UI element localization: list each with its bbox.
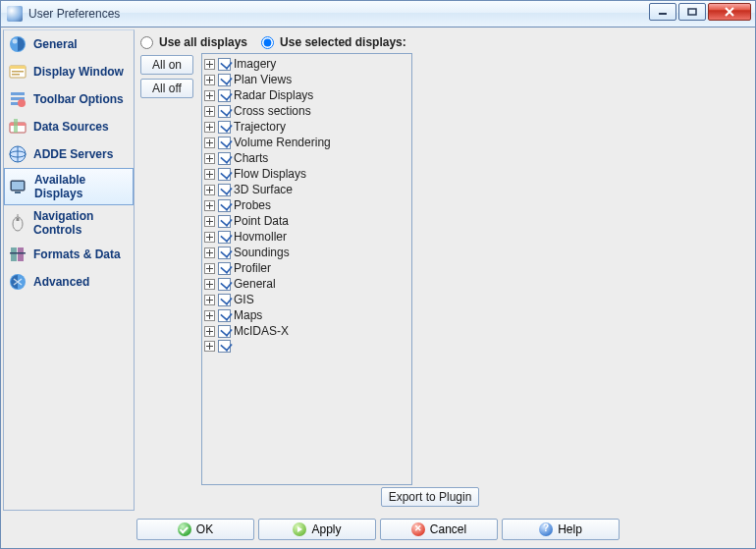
export-to-plugin-button[interactable]: Export to Plugin xyxy=(381,487,479,507)
apply-button[interactable]: Apply xyxy=(258,519,376,540)
use-selected-displays-label: Use selected displays: xyxy=(280,35,406,49)
sidebar-item-formats-data[interactable]: Formats & Data xyxy=(4,241,134,268)
cancel-button[interactable]: Cancel xyxy=(380,519,498,540)
tree-checkbox[interactable] xyxy=(218,199,231,212)
tree-label: Probes xyxy=(234,198,271,212)
tree-row[interactable]: 3D Surface xyxy=(204,182,407,197)
sidebar-item-label: Display Window xyxy=(33,65,124,79)
tree-row[interactable]: Radar Displays xyxy=(204,87,407,103)
maximize-button[interactable] xyxy=(678,3,706,21)
expander-icon[interactable] xyxy=(204,216,215,227)
tree-row[interactable]: Charts xyxy=(204,150,407,166)
sidebar-item-toolbar-options[interactable]: Toolbar Options xyxy=(4,85,134,113)
tree-label: GIS xyxy=(234,293,254,306)
title-bar: User Preferences xyxy=(0,0,756,27)
tree-row[interactable]: Flow Displays xyxy=(204,166,407,182)
apply-icon xyxy=(293,522,306,536)
expander-icon[interactable] xyxy=(204,310,215,321)
expander-icon[interactable] xyxy=(204,295,215,305)
tree-row[interactable]: Point Data xyxy=(204,213,407,229)
ok-icon xyxy=(178,522,191,536)
tree-row[interactable]: Soundings xyxy=(204,245,407,260)
tree-row[interactable]: Profiler xyxy=(204,260,407,276)
sidebar-item-adde-servers[interactable]: ADDE Servers xyxy=(4,140,134,168)
main-panel: Use all displays Use selected displays: … xyxy=(136,29,751,511)
use-selected-displays-radio[interactable] xyxy=(261,36,274,49)
tree-checkbox[interactable] xyxy=(218,262,231,275)
tree-row[interactable] xyxy=(204,339,407,354)
sidebar-item-general[interactable]: General xyxy=(4,30,134,58)
expander-icon[interactable] xyxy=(204,247,215,258)
sidebar-item-label: Data Sources xyxy=(33,120,109,134)
minimize-button[interactable] xyxy=(649,3,676,21)
sidebar-item-label: Advanced xyxy=(33,275,89,289)
expander-icon[interactable] xyxy=(204,279,215,290)
close-button[interactable] xyxy=(708,3,751,21)
expander-icon[interactable] xyxy=(204,75,215,85)
expander-icon[interactable] xyxy=(204,169,215,180)
help-button[interactable]: Help xyxy=(502,519,620,540)
display-mode-radios: Use all displays Use selected displays: xyxy=(136,29,751,53)
tree-row[interactable]: Volume Rendering xyxy=(204,135,407,150)
displays-tree[interactable]: ImageryPlan ViewsRadar DisplaysCross sec… xyxy=(201,53,412,485)
expander-icon[interactable] xyxy=(204,200,215,211)
tree-row[interactable]: Hovmoller xyxy=(204,229,407,245)
dialog-button-bar: OK Apply Cancel Help xyxy=(1,515,755,544)
sidebar-item-display-window[interactable]: Display Window xyxy=(4,58,134,85)
sidebar-item-data-sources[interactable]: Data Sources xyxy=(4,113,134,140)
tree-row[interactable]: General xyxy=(204,276,407,292)
expander-icon[interactable] xyxy=(204,326,215,337)
tree-checkbox[interactable] xyxy=(218,294,231,306)
window-body: GeneralDisplay WindowToolbar OptionsData… xyxy=(0,27,756,549)
expander-icon[interactable] xyxy=(204,90,215,101)
tree-checkbox[interactable] xyxy=(218,137,231,149)
expander-icon[interactable] xyxy=(204,106,215,117)
tree-checkbox[interactable] xyxy=(218,278,231,291)
tree-checkbox[interactable] xyxy=(218,89,231,102)
sidebar-item-advanced[interactable]: Advanced xyxy=(4,268,134,296)
tree-row[interactable]: GIS xyxy=(204,292,407,307)
expander-icon[interactable] xyxy=(204,341,215,352)
sidebar-item-available-displays[interactable]: Available Displays xyxy=(4,168,134,205)
formats-data-icon xyxy=(8,245,27,264)
tree-checkbox[interactable] xyxy=(218,231,231,244)
expander-icon[interactable] xyxy=(204,263,215,274)
expander-icon[interactable] xyxy=(204,232,215,243)
expander-icon[interactable] xyxy=(204,153,215,164)
tree-checkbox[interactable] xyxy=(218,105,231,118)
tree-row[interactable]: Cross sections xyxy=(204,103,407,119)
tree-checkbox[interactable] xyxy=(218,74,231,86)
tree-row[interactable]: Maps xyxy=(204,307,407,323)
svg-rect-24 xyxy=(11,247,17,261)
all-on-button[interactable]: All on xyxy=(140,55,193,75)
tree-row[interactable]: Plan Views xyxy=(204,72,407,87)
tree-checkbox[interactable] xyxy=(218,121,231,134)
tree-row[interactable]: Trajectory xyxy=(204,119,407,135)
sidebar-item-navigation-controls[interactable]: Navigation Controls xyxy=(4,205,134,241)
tree-checkbox[interactable] xyxy=(218,325,231,338)
all-toggle-column: All on All off xyxy=(140,53,193,98)
tree-checkbox[interactable] xyxy=(218,215,231,228)
svg-rect-19 xyxy=(12,182,24,190)
tree-label: Maps xyxy=(234,308,262,322)
all-off-button[interactable]: All off xyxy=(140,79,193,98)
svg-point-11 xyxy=(18,99,26,107)
tree-row[interactable]: Imagery xyxy=(204,56,407,72)
advanced-icon xyxy=(8,272,27,292)
window-title: User Preferences xyxy=(28,7,120,21)
expander-icon[interactable] xyxy=(204,137,215,148)
ok-button[interactable]: OK xyxy=(136,519,254,540)
tree-checkbox[interactable] xyxy=(218,168,231,181)
tree-row[interactable]: McIDAS-X xyxy=(204,323,407,339)
use-all-displays-radio[interactable] xyxy=(140,36,153,49)
expander-icon[interactable] xyxy=(204,59,215,70)
tree-checkbox[interactable] xyxy=(218,152,231,165)
tree-checkbox[interactable] xyxy=(218,247,231,259)
expander-icon[interactable] xyxy=(204,185,215,195)
tree-checkbox[interactable] xyxy=(218,340,231,353)
tree-checkbox[interactable] xyxy=(218,184,231,196)
tree-row[interactable]: Probes xyxy=(204,197,407,213)
expander-icon[interactable] xyxy=(204,122,215,133)
tree-checkbox[interactable] xyxy=(218,309,231,322)
tree-checkbox[interactable] xyxy=(218,58,231,71)
